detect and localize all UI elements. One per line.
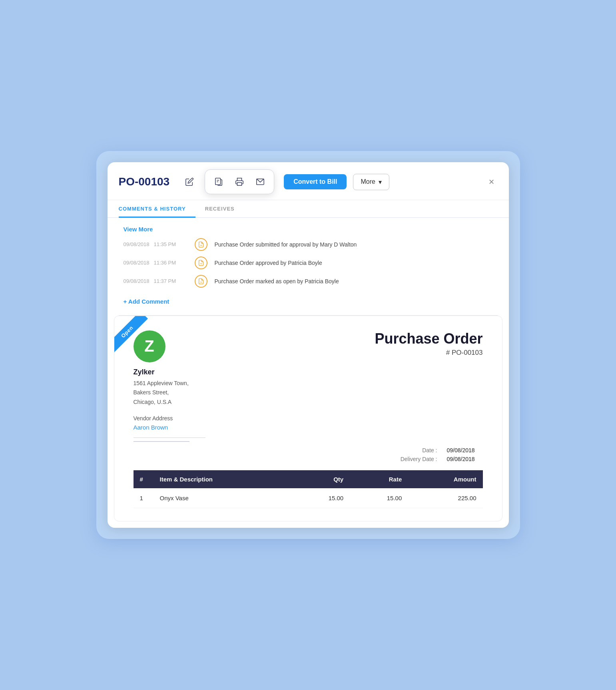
po-meta-table: Date : 09/08/2018 Delivery Date : 09/08/… — [401, 447, 483, 462]
history-icon-3 — [195, 275, 207, 288]
col-rate: Rate — [350, 470, 408, 488]
svg-rect-0 — [215, 178, 221, 185]
history-row-3: 09/08/2018 11:37 PM Purchase Order marke… — [124, 275, 493, 288]
col-num: # — [134, 470, 154, 488]
po-doc-header: Z Zylker 1561 Appleview Town, Bakers Str… — [134, 330, 483, 407]
po-title: PO-00103 — [119, 175, 170, 188]
history-text-2: Purchase Order approved by Patricia Boyl… — [215, 260, 322, 266]
more-button[interactable]: More ▾ — [353, 174, 389, 190]
comments-section: View More 09/08/2018 11:35 PM Purchase O… — [108, 218, 509, 315]
table-row: 1 Onyx Vase 15.00 15.00 225.00 — [134, 488, 483, 508]
item-num: 1 — [134, 488, 154, 508]
col-qty: Qty — [291, 470, 350, 488]
vendor-address: 1561 Appleview Town, Bakers Street, Chic… — [134, 379, 189, 407]
history-icon-1 — [195, 238, 207, 251]
svg-rect-1 — [237, 183, 242, 185]
print-icon-button[interactable] — [231, 173, 248, 191]
vendor-contact-link[interactable]: Aaron Brown — [134, 424, 168, 431]
date-row: Date : 09/08/2018 — [422, 447, 482, 453]
view-more-link[interactable]: View More — [124, 226, 153, 233]
email-icon-button[interactable] — [251, 173, 269, 191]
tab-comments-history[interactable]: COMMENTS & HISTORY — [119, 200, 195, 218]
vendor-address-section: Vendor Address Aaron Brown — [134, 415, 205, 445]
history-date-3: 09/08/2018 11:37 PM — [124, 278, 187, 284]
vendor-underlines — [134, 437, 205, 442]
history-row-1: 09/08/2018 11:35 PM Purchase Order submi… — [124, 238, 493, 251]
status-ribbon: Open — [114, 316, 158, 360]
close-button[interactable]: × — [485, 175, 497, 189]
modal-container: PO-00103 Convert to Bill More ▾ — [108, 162, 509, 528]
vendor-address-label: Vendor Address — [134, 415, 205, 422]
modal-header: PO-00103 Convert to Bill More ▾ — [108, 162, 509, 200]
po-document: Open Z Zylker 1561 Appleview Town, Baker… — [114, 316, 502, 521]
convert-to-bill-button[interactable]: Convert to Bill — [284, 174, 347, 189]
history-row-2: 09/08/2018 11:36 PM Purchase Order appro… — [124, 257, 493, 269]
add-comment-button[interactable]: + Add Comment — [124, 295, 169, 308]
po-doc-title-block: Purchase Order # PO-00103 — [375, 330, 482, 357]
history-text-1: Purchase Order submitted for approval by… — [215, 241, 357, 248]
delivery-date-row: Delivery Date : 09/08/2018 — [401, 456, 483, 462]
po-doc-body: Z Zylker 1561 Appleview Town, Bakers Str… — [114, 316, 502, 521]
history-icon-2 — [195, 257, 207, 269]
pdf-icon-button[interactable] — [210, 173, 227, 191]
col-amount: Amount — [408, 470, 482, 488]
po-document-title: Purchase Order — [375, 330, 482, 347]
tabs-bar: COMMENTS & HISTORY RECEIVES — [108, 200, 509, 218]
tab-receives[interactable]: RECEIVES — [195, 200, 244, 218]
history-date-1: 09/08/2018 11:35 PM — [124, 241, 187, 247]
edit-icon-button[interactable] — [181, 173, 198, 191]
col-item: Item & Description — [154, 470, 292, 488]
history-text-3: Purchase Order marked as open by Patrici… — [215, 278, 339, 284]
chevron-down-icon: ▾ — [379, 178, 382, 186]
po-document-number: # PO-00103 — [375, 349, 482, 357]
outer-frame: PO-00103 Convert to Bill More ▾ — [96, 151, 520, 539]
vendor-name: Zylker — [134, 368, 189, 376]
toolbar-popup — [205, 169, 274, 194]
table-header-row: # Item & Description Qty Rate Amount — [134, 470, 483, 488]
items-table: # Item & Description Qty Rate Amount 1 O… — [134, 470, 483, 508]
ribbon-label: Open — [114, 316, 148, 352]
history-date-2: 09/08/2018 11:36 PM — [124, 260, 187, 266]
item-amount: 225.00 — [408, 488, 482, 508]
item-name: Onyx Vase — [154, 488, 292, 508]
item-qty: 15.00 — [291, 488, 350, 508]
item-rate: 15.00 — [350, 488, 408, 508]
